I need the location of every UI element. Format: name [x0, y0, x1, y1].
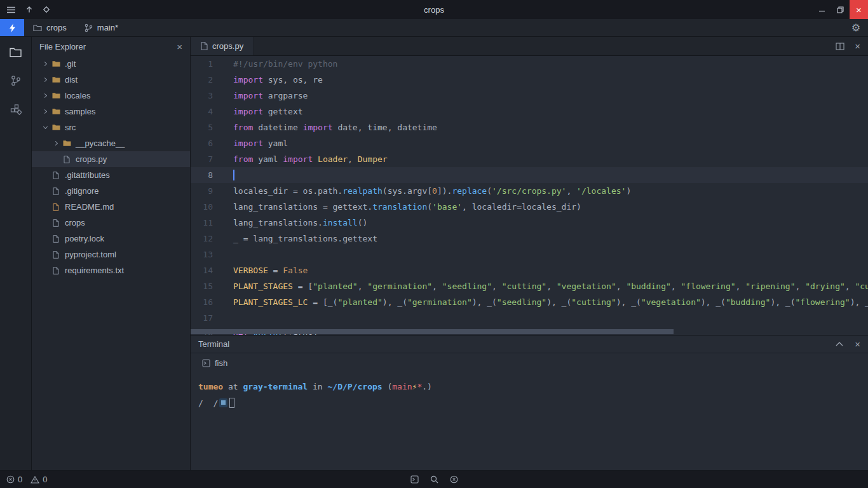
horizontal-scrollbar-thumb[interactable]	[191, 329, 674, 334]
tree-item-locales[interactable]: locales	[32, 88, 190, 104]
code-line-2[interactable]: 2import sys, os, re	[191, 72, 868, 88]
code-line-16[interactable]: 16PLANT_STAGES_LC = [_("planted"), _("ge…	[191, 294, 868, 310]
application-window: crops × crops main*	[0, 0, 868, 488]
tree-item-src[interactable]: src	[32, 119, 190, 135]
file-icon	[51, 235, 61, 243]
tree-item--git[interactable]: .git	[32, 56, 190, 72]
problems-summary[interactable]: 0 0	[0, 475, 52, 484]
line-number: 13	[191, 247, 222, 262]
chevron-right-icon[interactable]	[41, 60, 50, 69]
code-line-1[interactable]: 1#!/usr/bin/env python	[191, 56, 868, 72]
code-line-7[interactable]: 7from yaml import Loader, Dumper	[191, 151, 868, 167]
tree-item--pycache-[interactable]: __pycache__	[32, 135, 190, 151]
code-token: "seedling"	[442, 281, 492, 291]
chevron-down-icon[interactable]	[41, 123, 50, 132]
code-token: ), _(	[472, 297, 497, 307]
code-line-15[interactable]: 15PLANT_STAGES = ["planted", "germinatio…	[191, 278, 868, 294]
chevron-spacer	[51, 155, 60, 164]
problems-icon[interactable]	[450, 475, 458, 484]
file-icon	[51, 251, 61, 259]
code-token: 0	[432, 186, 437, 196]
code-line-11[interactable]: 11lang_translations.install()	[191, 215, 868, 231]
terminal-token: at	[223, 382, 243, 391]
file-explorer-panel: File Explorer × .gitdistlocalessamplessr…	[32, 37, 191, 470]
terminal-token: .)	[422, 382, 432, 391]
close-window-button[interactable]: ×	[850, 0, 868, 19]
chevron-right-icon[interactable]	[41, 76, 50, 85]
code-token: import	[303, 123, 333, 132]
code-line-3[interactable]: 3import argparse	[191, 88, 868, 104]
toggle-terminal-icon[interactable]	[410, 475, 419, 484]
chevron-right-icon[interactable]	[51, 139, 60, 148]
code-line-9[interactable]: 9locales_dir = os.path.realpath(sys.argv…	[191, 183, 868, 199]
chevron-right-icon[interactable]	[41, 92, 50, 100]
tree-item-samples[interactable]: samples	[32, 104, 190, 119]
chevron-spacer	[41, 171, 50, 180]
code-token: ,	[358, 281, 368, 291]
code-token: ,	[671, 281, 681, 291]
code-line-4[interactable]: 4import gettext	[191, 104, 868, 119]
file-icon	[51, 203, 61, 211]
tree-item-poetry-lock[interactable]: poetry.lock	[32, 231, 190, 247]
maximize-button[interactable]	[831, 0, 850, 19]
settings-gear-icon[interactable]: ⚙	[844, 23, 868, 33]
collapse-panel-icon[interactable]	[836, 342, 843, 346]
code-line-8[interactable]: 8	[191, 167, 868, 183]
code-token: '/src/crops.py'	[492, 186, 566, 196]
remote-bolt-icon	[9, 24, 16, 32]
code-line-10[interactable]: 10lang_translations = gettext.translatio…	[191, 199, 868, 215]
code-line-5[interactable]: 5from datetime import date, time, dateti…	[191, 119, 868, 135]
line-text: import sys, os, re	[222, 72, 323, 88]
file-icon	[51, 187, 61, 195]
menu-icon[interactable]	[6, 6, 16, 14]
minimize-button[interactable]	[813, 0, 831, 19]
remote-connection-button[interactable]	[0, 19, 24, 36]
code-line-14[interactable]: 14VERBOSE = False	[191, 262, 868, 278]
chevron-right-icon[interactable]	[41, 107, 50, 116]
tree-item-crops-py[interactable]: crops.py	[32, 151, 190, 167]
code-token: import	[233, 75, 263, 85]
line-number: 15	[191, 278, 222, 294]
code-line-6[interactable]: 6import yaml	[191, 135, 868, 151]
tree-item--gitattributes[interactable]: .gitattributes	[32, 167, 190, 183]
file-explorer-close-icon[interactable]: ×	[177, 42, 182, 51]
search-icon[interactable]	[430, 475, 438, 484]
code-token: ,	[796, 281, 806, 291]
code-token: Dumper	[358, 154, 388, 164]
code-line-13[interactable]: 13	[191, 247, 868, 262]
code-editor[interactable]: 1#!/usr/bin/env python2import sys, os, r…	[191, 56, 868, 335]
terminal-panel-close-icon[interactable]: ×	[855, 339, 860, 349]
code-token: lang_translations = gettext.	[233, 202, 372, 212]
chevron-spacer	[41, 187, 50, 196]
tree-item-requirements-txt[interactable]: requirements.txt	[32, 262, 190, 278]
folder-icon	[51, 92, 61, 99]
editor-close-icon[interactable]: ×	[855, 41, 860, 51]
editor-tab-bar: crops.py ×	[191, 37, 868, 56]
workspace-button[interactable]: crops	[24, 19, 76, 36]
editor-tab-crops-py[interactable]: crops.py	[191, 37, 254, 55]
tree-item-crops[interactable]: crops	[32, 215, 190, 231]
code-line-17[interactable]: 17	[191, 310, 868, 326]
tree-item-readme-md[interactable]: README.md	[32, 199, 190, 215]
split-editor-icon[interactable]	[836, 43, 844, 50]
code-line-12[interactable]: 12_ = lang_translations.gettext	[191, 231, 868, 247]
tree-item--gitignore[interactable]: .gitignore	[32, 183, 190, 199]
activity-extensions-icon[interactable]	[10, 104, 22, 116]
line-number: 5	[191, 119, 222, 135]
activity-source-control-icon[interactable]	[11, 75, 21, 86]
terminal-tab-fish[interactable]: fish	[197, 358, 233, 368]
tree-item-pyproject-toml[interactable]: pyproject.toml	[32, 247, 190, 262]
activity-bar	[0, 37, 32, 470]
code-token: _ = lang_translations.gettext	[233, 234, 377, 243]
tree-item-label: dist	[65, 75, 78, 85]
diamond-icon[interactable]	[43, 6, 50, 13]
tree-item-dist[interactable]: dist	[32, 72, 190, 88]
code-token: import	[283, 154, 313, 164]
arrow-up-icon[interactable]	[25, 6, 33, 13]
branch-button[interactable]: main*	[76, 19, 127, 36]
tree-item-label: src	[65, 123, 76, 132]
activity-file-explorer-icon[interactable]	[10, 47, 22, 57]
code-token: "planted"	[337, 297, 382, 307]
terminal-output[interactable]: tumeo at gray-terminal in ~/D/P/crops (m…	[191, 372, 868, 470]
code-token: ]).	[437, 186, 452, 196]
